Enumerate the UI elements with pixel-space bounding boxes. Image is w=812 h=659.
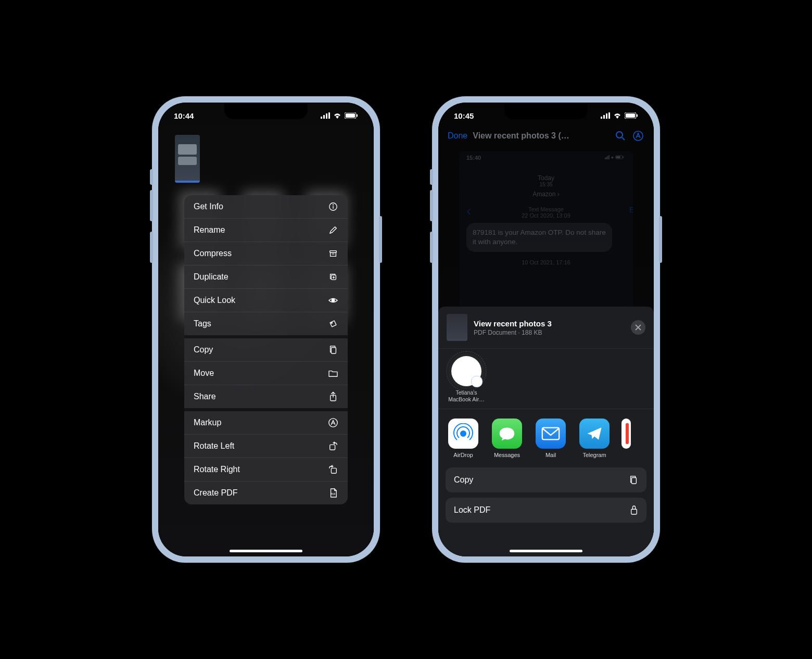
phone-right: 10:45 Done View recent photos 3 (…	[432, 96, 660, 563]
share-app-more[interactable]	[621, 419, 631, 458]
menu-get-info[interactable]: Get Info	[184, 195, 348, 219]
svg-rect-43	[542, 428, 559, 440]
message-bubble: 879181 is your Amazon OTP. Do not share …	[466, 223, 612, 252]
menu-create-pdf[interactable]: Create PDFPDF	[184, 481, 348, 504]
svg-point-15	[332, 299, 334, 301]
copy-docs-icon	[328, 345, 338, 355]
file-thumbnail[interactable]	[175, 135, 200, 183]
notch	[224, 103, 308, 119]
svg-point-19	[329, 419, 337, 427]
share-apps-row[interactable]: AirDropMessagesMailTelegram	[438, 409, 654, 467]
action-lock-pdf[interactable]: Lock PDF	[446, 498, 646, 523]
mail-icon	[536, 419, 566, 449]
home-indicator[interactable]	[230, 550, 302, 552]
menu-item-label: Rename	[194, 225, 225, 235]
svg-rect-10	[330, 251, 337, 253]
duplicate-icon	[328, 272, 338, 282]
svg-rect-5	[346, 113, 355, 118]
svg-rect-23	[601, 117, 602, 119]
wifi-icon	[333, 112, 341, 119]
share-app-airdrop[interactable]: AirDrop	[447, 419, 480, 458]
share-app-mail[interactable]: Mail	[534, 419, 567, 458]
airdrop-target-name-2: MacBook Air…	[447, 396, 486, 403]
share-app-messages[interactable]: Messages	[490, 419, 524, 458]
menu-quick-look[interactable]: Quick Look	[184, 289, 348, 312]
menu-rename[interactable]: Rename	[184, 219, 348, 242]
battery-icon	[345, 112, 358, 119]
cellular-icon	[601, 112, 610, 119]
done-button[interactable]: Done	[448, 131, 467, 141]
menu-compress[interactable]: Compress	[184, 242, 348, 265]
menu-rotate-right[interactable]: Rotate Right	[184, 458, 348, 481]
markup-icon[interactable]	[632, 130, 644, 142]
airdrop-target[interactable]: Tetiana's MacBook Air…	[447, 356, 486, 402]
preview-clock: 15:40	[466, 155, 481, 161]
archive-icon	[328, 248, 338, 259]
messages-icon	[492, 419, 522, 449]
svg-rect-38	[616, 156, 620, 158]
pdf-preview-content[interactable]: 15:40 ‹ Ed Today 15:35 Amazon › Text Mes…	[459, 151, 633, 308]
menu-tags[interactable]: Tags	[184, 312, 348, 335]
wifi-icon	[613, 112, 621, 119]
menu-item-label: Quick Look	[194, 296, 235, 305]
svg-rect-0	[321, 117, 322, 119]
home-indicator[interactable]	[510, 550, 582, 552]
menu-duplicate[interactable]: Duplicate	[184, 265, 348, 289]
svg-rect-24	[603, 115, 605, 119]
svg-rect-44	[631, 478, 636, 484]
battery-icon	[625, 112, 638, 119]
menu-markup[interactable]: Markup	[184, 411, 348, 435]
action-copy[interactable]: Copy	[446, 467, 646, 492]
sheet-subtitle: PDF Document · 188 KB	[474, 329, 552, 336]
svg-rect-6	[357, 115, 358, 117]
menu-item-label: Compress	[194, 249, 232, 258]
menu-item-label: Rotate Left	[194, 441, 234, 451]
app-icon-partial	[621, 419, 631, 449]
svg-rect-21	[331, 468, 336, 473]
airdrop-avatar	[451, 356, 481, 386]
menu-move[interactable]: Move	[184, 362, 348, 385]
svg-rect-1	[323, 115, 325, 119]
search-icon[interactable]	[614, 130, 627, 142]
svg-rect-28	[626, 113, 635, 118]
preview-status-icons	[605, 155, 626, 161]
side-button	[659, 216, 662, 263]
action-label: Lock PDF	[454, 505, 490, 515]
telegram-icon	[579, 419, 610, 449]
app-label: Telegram	[582, 452, 606, 458]
rotate-right-icon	[328, 464, 338, 475]
notch	[504, 103, 588, 119]
svg-rect-29	[637, 115, 638, 117]
nav-title: View recent photos 3 (…	[473, 131, 609, 141]
menu-item-label: Get Info	[194, 202, 223, 211]
ringer-switch	[150, 169, 153, 185]
action-label: Copy	[454, 475, 473, 485]
context-menu: Get InfoRenameCompressDuplicateQuick Loo…	[184, 195, 348, 504]
sender-name: Amazon	[532, 191, 555, 198]
pencil-icon	[328, 225, 338, 235]
message-date: 22 Oct 2020, 13:09	[459, 212, 633, 219]
svg-rect-39	[623, 156, 624, 158]
status-time: 10:45	[454, 111, 474, 120]
share-actions-list: CopyLock PDF	[438, 467, 654, 523]
menu-copy[interactable]: Copy	[184, 338, 348, 362]
close-button[interactable]	[631, 320, 645, 335]
menu-share[interactable]: Share	[184, 385, 348, 408]
svg-point-42	[461, 431, 466, 436]
svg-point-30	[616, 132, 623, 138]
svg-rect-36	[608, 155, 610, 159]
menu-item-label: Create PDF	[194, 488, 237, 498]
airdrop-icon	[448, 419, 478, 449]
share-app-telegram[interactable]: Telegram	[578, 419, 611, 458]
menu-item-label: Markup	[194, 418, 221, 427]
app-label: Messages	[494, 452, 520, 458]
volume-down-button	[150, 232, 153, 263]
copy-docs-icon	[629, 475, 638, 485]
pdf-icon: PDF	[328, 488, 338, 498]
share-sheet: View recent photos 3 PDF Document · 188 …	[438, 307, 654, 556]
app-label: AirDrop	[453, 452, 473, 458]
menu-rotate-left[interactable]: Rotate Left	[184, 435, 348, 458]
info-icon	[328, 201, 338, 212]
svg-point-9	[333, 205, 334, 205]
sheet-file-thumbnail	[447, 314, 467, 341]
